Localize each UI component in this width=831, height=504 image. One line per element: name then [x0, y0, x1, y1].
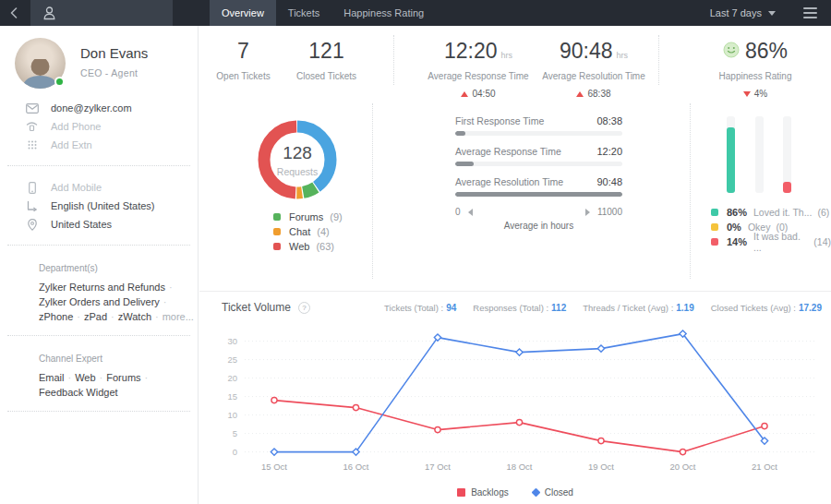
- arrow-left-icon[interactable]: [468, 209, 473, 216]
- middle-panels: 128 Requests Forums(9)Chat(4)Web(63) Fir…: [199, 92, 831, 291]
- list-item: zPhone: [39, 311, 73, 322]
- stat-label: Average Resolution Time: [525, 71, 662, 81]
- legend-name: Backlogs: [471, 487, 509, 498]
- chart-legend-closed[interactable]: Closed: [533, 487, 573, 498]
- summary-closed-tickets-avg-: Closed Tickets (Avg) :17.29: [711, 303, 822, 313]
- tab-overview[interactable]: Overview: [210, 0, 276, 26]
- ytick-15: 15: [227, 391, 237, 402]
- xtick-16-Oct: 16 Oct: [343, 462, 369, 472]
- bar-label: Average Response Time: [455, 146, 561, 157]
- point-backlogs-5: [680, 450, 685, 455]
- channel-expert-label: Channel Expert: [0, 354, 198, 364]
- online-status-dot: [54, 77, 65, 87]
- bar-label-row: First Response Time08:38: [455, 115, 622, 126]
- list-line: Zylker Orders and Delivery·: [0, 294, 198, 309]
- date-range-dropdown[interactable]: Last 7 days: [697, 0, 789, 26]
- ytick-5: 5: [233, 428, 237, 438]
- separator-dot: ·: [77, 311, 80, 322]
- bar-label: Average Resolution Time: [455, 176, 563, 187]
- tab-tickets[interactable]: Tickets: [276, 0, 331, 26]
- legend-item-forums: Forums(9): [273, 210, 343, 224]
- legend-marker: [531, 488, 540, 498]
- add-phone-placeholder: Add Phone: [51, 121, 101, 132]
- separator-dot: ·: [68, 372, 72, 383]
- tab-happiness-rating[interactable]: Happiness Rating: [331, 0, 436, 26]
- point-backlogs-3: [516, 420, 522, 426]
- arrow-right-icon[interactable]: [585, 209, 590, 216]
- xtick-21-Oct: 21 Oct: [752, 462, 777, 472]
- back-button[interactable]: [0, 0, 28, 26]
- legend-count: (6): [817, 207, 829, 218]
- more-link[interactable]: more...: [163, 311, 194, 322]
- chevron-down-icon: [768, 11, 776, 16]
- agent-profile-tab[interactable]: [30, 0, 173, 26]
- add-extn-row[interactable]: Add Extn: [0, 136, 198, 154]
- ytick-20: 20: [227, 373, 237, 383]
- legend-pct: 14%: [727, 236, 747, 247]
- list-item: Feedback Widget: [39, 387, 118, 398]
- happiness-bar-track: [755, 116, 764, 193]
- country-value: United States: [51, 219, 112, 230]
- legend-dot: [273, 243, 281, 250]
- language-row[interactable]: English (United States): [0, 197, 198, 215]
- legend-label: Loved it. Th...: [753, 207, 812, 218]
- add-mobile-placeholder: Add Mobile: [51, 182, 102, 193]
- person-icon: [42, 6, 56, 20]
- ticket-volume-chart: 05101520253015 Oct16 Oct17 Oct18 Oct19 O…: [199, 319, 831, 487]
- list-line: Feedback Widget: [0, 385, 198, 400]
- smiley-icon: [723, 39, 741, 64]
- divider: [393, 35, 394, 85]
- separator-dot: ·: [169, 282, 173, 293]
- series-line-backlogs: [274, 401, 765, 452]
- response-bar-row: First Response Time08:38: [455, 115, 622, 136]
- list-item: Zylker Orders and Delivery: [39, 296, 160, 307]
- list-line: Zylker Returns and Refunds·: [0, 280, 198, 294]
- legend-count: (14): [813, 236, 831, 247]
- add-mobile-row[interactable]: Add Mobile: [0, 178, 198, 197]
- legend-item-chat: Chat(4): [273, 224, 343, 239]
- requests-donut-chart: 128 Requests: [253, 115, 342, 204]
- legend-dot: [711, 209, 718, 216]
- country-row[interactable]: United States: [0, 215, 198, 234]
- list-item: zWatch: [118, 311, 151, 322]
- point-backlogs-1: [353, 405, 358, 411]
- list-item: Zylker Returns and Refunds: [39, 282, 165, 293]
- topbar: OverviewTicketsHappiness Rating Last 7 d…: [0, 0, 831, 26]
- scale-min: 0: [455, 207, 461, 217]
- point-closed-3: [516, 349, 523, 355]
- separator-dot: ·: [145, 372, 149, 383]
- happiness-bar-fill: [727, 127, 735, 193]
- stat-value: 7: [199, 39, 287, 64]
- kpi-stats-row: 7Open Tickets121Closed Tickets12:20hrsAv…: [199, 26, 831, 92]
- stat-number: 90:48: [560, 39, 613, 64]
- menu-icon[interactable]: [789, 0, 831, 26]
- stat-number: 86%: [745, 39, 788, 64]
- email-value: done@zylker.com: [51, 102, 132, 114]
- separator-dot: ·: [155, 311, 159, 322]
- email-row[interactable]: done@zylker.com: [0, 99, 198, 117]
- agent-profile: Don Evans CEO - Agent: [0, 26, 198, 92]
- xtick-19-Oct: 19 Oct: [588, 462, 614, 472]
- contact-group-2: Add Mobile English (United States) Unite…: [0, 172, 198, 239]
- ticket-volume-title: Ticket Volume: [222, 301, 291, 314]
- help-icon[interactable]: ?: [298, 302, 310, 314]
- chart-legend-backlogs[interactable]: Backlogs: [457, 487, 509, 498]
- stat-value: 121: [287, 39, 366, 64]
- legend-name: Closed: [545, 487, 573, 498]
- language-value: English (United States): [51, 200, 155, 211]
- date-range-label: Last 7 days: [710, 7, 762, 18]
- summary-label: Tickets (Total) :: [384, 303, 443, 313]
- summary-value: 17.29: [799, 303, 822, 313]
- summary-responses-total-: Responses (Total) :112: [473, 303, 566, 313]
- mobile-icon: [25, 182, 39, 194]
- divider: [7, 165, 190, 166]
- ytick-0: 0: [233, 447, 237, 457]
- add-extn-placeholder: Add Extn: [51, 139, 92, 150]
- xtick-17-Oct: 17 Oct: [425, 462, 451, 472]
- point-backlogs-6: [762, 424, 767, 429]
- legend-count: (9): [330, 211, 342, 222]
- topbar-tabs: OverviewTicketsHappiness Rating: [210, 0, 436, 26]
- add-phone-row[interactable]: Add Phone: [0, 117, 198, 136]
- legend-count: (63): [316, 241, 334, 252]
- summary-value: 1.19: [676, 303, 693, 313]
